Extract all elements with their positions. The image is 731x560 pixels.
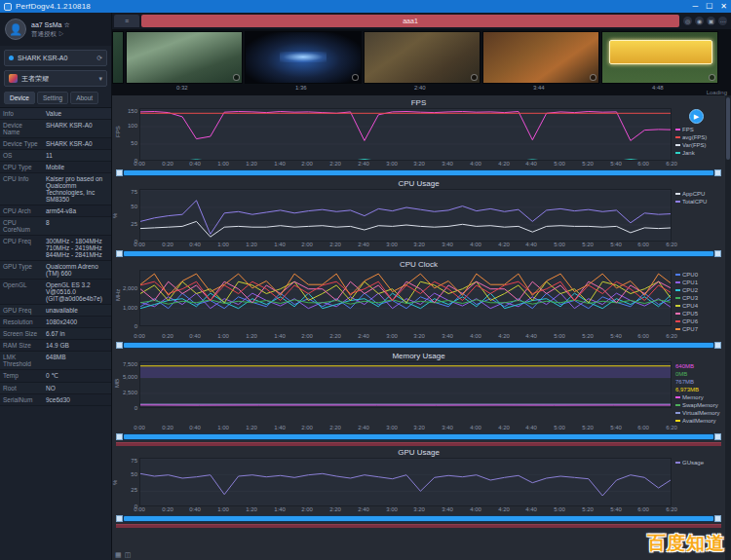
legend-item-gusage[interactable]: GUsage [675,459,726,467]
play-button[interactable]: ▶ [689,109,704,124]
user-subtitle[interactable]: 普通授权 ▷ [31,29,70,38]
legend-marker-icon [675,328,680,330]
tab-device[interactable]: Device [4,92,35,104]
info-value: 9ce6d30 [43,394,111,405]
legend-item-cpu5[interactable]: CPU5 [675,310,726,317]
pin-icon[interactable]: ◎ [683,17,692,25]
chart-title: CPU Clock [114,259,723,270]
thumbnail-camera-icon[interactable] [352,74,359,81]
tab-setting[interactable]: Setting [37,92,68,104]
tab-about[interactable]: About [70,92,98,104]
legend-item-fps[interactable]: FPS [675,126,726,133]
thumbnail-timestamp: 4:48 [652,85,664,91]
legend-item-appcpu[interactable]: AppCPU [675,190,726,198]
star-icon[interactable]: ☆ [63,21,69,28]
scrollbar-right-handle[interactable] [714,433,721,440]
collapsed-chart-strip[interactable] [116,524,721,528]
user-card[interactable]: 👤 aa7 SsMa ☆ 普通授权 ▷ [0,13,111,46]
scrollbar-thumb[interactable] [124,343,713,348]
x-tick-label: 4:20 [498,506,510,512]
info-label: OS [0,150,43,161]
app-selector[interactable]: 王者荣耀 ▾ [4,70,107,87]
chart-memory-usage: Memory UsageMB7,5005,0002,5000640MB0MB76… [114,351,723,440]
screenshot-icon[interactable]: ▣ [707,17,715,25]
scrollbar-thumb[interactable] [124,170,713,175]
x-tick-label: 2:00 [301,425,313,430]
x-tick-label: 5:00 [554,506,565,512]
x-tick-label: 4:20 [498,333,510,339]
horizontal-scrollbar[interactable] [116,433,721,440]
x-tick-label: 2:20 [329,333,341,339]
legend-marker-icon [675,129,680,131]
x-tick-label: 4:40 [525,242,537,247]
refresh-icon[interactable]: ⟳ [96,55,102,62]
horizontal-scrollbar[interactable] [116,342,721,349]
horizontal-scrollbar[interactable] [116,250,721,257]
horizontal-scrollbar[interactable] [116,515,721,522]
legend-item-jank[interactable]: Jank [675,149,726,157]
legend-item-cpu7[interactable]: CPU7 [675,325,726,333]
scrollbar-left-handle[interactable] [116,515,123,522]
tab-scroll-button[interactable]: ≡ [114,15,139,27]
scrollbar-thumb[interactable] [124,251,713,256]
legend-marker-icon [675,193,680,195]
y-tick-label: 50 [131,471,137,477]
thumbnail-camera-icon[interactable] [471,74,478,81]
scrollbar-thumb[interactable] [124,516,713,521]
thumbnail-camera-icon[interactable] [709,74,715,81]
legend-item-swapmemory[interactable]: SwapMemory [675,401,726,409]
compare-icon[interactable]: ◫ [125,551,132,559]
session-tab-active[interactable]: aaa1 [141,15,679,27]
scrollbar-right-handle[interactable] [714,169,721,176]
x-tick-label: 2:20 [329,506,341,512]
scrollbar-right-handle[interactable] [714,515,721,522]
x-tick-label: 5:20 [582,161,594,167]
thumbnail-camera-icon[interactable] [233,74,240,81]
legend-item-var(fps)[interactable]: Var(FPS) [675,141,726,149]
legend-item-cpu4[interactable]: CPU4 [675,302,726,310]
legend-label: VirtualMemory [682,409,720,417]
minimize-button[interactable]: ─ [692,0,698,13]
chart-cpu-clock: CPU ClockMHz2,0001,0000CPU0CPU1CPU2CPU3C… [114,259,723,349]
close-button[interactable]: ✕ [720,0,727,13]
legend-item-cpu6[interactable]: CPU6 [675,317,726,325]
video-thumbnail[interactable] [364,31,481,84]
chart-title: Memory Usage [114,351,723,361]
scrollbar-right-handle[interactable] [714,342,721,349]
vertical-scrollbar[interactable] [725,95,731,560]
video-thumbnail[interactable] [112,31,124,84]
legend-item-avg(fps)[interactable]: avg(FPS) [675,133,726,141]
grid-icon[interactable]: ▦ [115,551,122,559]
horizontal-scrollbar[interactable] [116,169,721,176]
video-thumbnail[interactable] [126,31,243,84]
video-thumbnail[interactable] [482,31,599,84]
thumbnail-camera-icon[interactable] [590,74,596,81]
chevron-down-icon[interactable]: ▾ [98,75,102,83]
more-icon[interactable]: ⋯ [718,17,727,25]
scrollbar-thumb[interactable] [124,434,713,439]
scrollbar-left-handle[interactable] [116,433,123,440]
chart-legend: GUsage [672,458,726,506]
legend-item-totalcpu[interactable]: TotalCPU [675,198,726,205]
table-row: SerialNum9ce6d30 [0,394,111,406]
video-thumbnail[interactable] [245,31,362,84]
device-selector[interactable]: SHARK KSR-A0 ⟳ [4,50,107,66]
record-icon[interactable]: ◉ [695,17,704,25]
scrollbar-left-handle[interactable] [116,250,123,257]
collapsed-chart-strip[interactable] [116,442,721,446]
maximize-button[interactable]: ☐ [706,0,712,13]
vertical-scrollbar-thumb[interactable] [726,97,730,160]
chart-title: CPU Usage [114,178,723,189]
legend-item-cpu3[interactable]: CPU3 [675,294,726,302]
legend-item-availmemory[interactable]: AvailMemory [675,417,726,425]
legend-item-cpu1[interactable]: CPU1 [675,279,726,286]
legend-item-cpu0[interactable]: CPU0 [675,271,726,279]
y-tick-label: 75 [131,189,137,195]
legend-item-memory[interactable]: Memory [675,393,726,401]
legend-item-virtualmemory[interactable]: VirtualMemory [675,409,726,417]
video-thumbnail[interactable] [601,31,718,84]
scrollbar-left-handle[interactable] [116,342,123,349]
scrollbar-right-handle[interactable] [714,250,721,257]
scrollbar-left-handle[interactable] [116,169,123,176]
legend-item-cpu2[interactable]: CPU2 [675,286,726,294]
